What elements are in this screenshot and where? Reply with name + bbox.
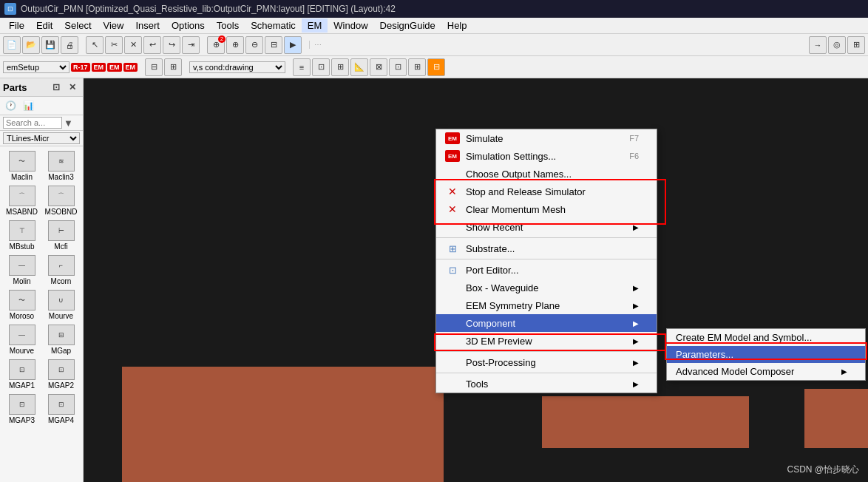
- part-mcfi[interactable]: ⊢ Mcfi: [42, 219, 80, 252]
- circuit-block-4: [804, 389, 868, 448]
- part-mgap4[interactable]: ⊡ MGAP4: [42, 393, 80, 426]
- tb2-btn6[interactable]: 📐: [350, 58, 368, 76]
- part-mourve2[interactable]: — Mourve: [3, 323, 41, 356]
- part-molin-icon: —: [9, 255, 35, 276]
- part-moroso-icon: 〜: [9, 290, 35, 310]
- part-mcorn[interactable]: ⌐ Mcorn: [42, 254, 80, 287]
- menu-view[interactable]: View: [98, 18, 130, 33]
- bar-chart-icon[interactable]: 📊: [21, 98, 35, 113]
- em-menu-port-editor[interactable]: ⊡ Port Editor...: [436, 261, 657, 279]
- part-msobnd[interactable]: ⌒ MSOBND: [42, 184, 80, 217]
- em-dropdown-menu: EM Simulate F7 EM Simulation Settings...…: [435, 129, 657, 393]
- menu-help[interactable]: Help: [441, 18, 473, 33]
- component-arrow: ▶: [633, 319, 639, 327]
- part-mgap1[interactable]: ⊡ MGAP1: [3, 358, 41, 391]
- part-mgap-icon: ⊟: [48, 325, 75, 345]
- em-menu-clear-mesh[interactable]: ✕ Clear Momentum Mesh: [436, 200, 657, 218]
- tb2-btn4[interactable]: ⊡: [312, 58, 330, 76]
- eem-sym-arrow: ▶: [633, 302, 639, 310]
- parts-category-dropdown[interactable]: TLines-Micr: [3, 132, 80, 144]
- right-arrow-btn[interactable]: →: [809, 36, 827, 54]
- open-button[interactable]: 📂: [22, 36, 40, 54]
- menu-schematic[interactable]: Schematic: [245, 18, 302, 33]
- menu-select[interactable]: Select: [58, 18, 97, 33]
- target-btn[interactable]: ◎: [828, 36, 846, 54]
- cut-button[interactable]: ✂: [105, 36, 123, 54]
- tb2-btn9[interactable]: ⊞: [408, 58, 426, 76]
- sidebar-close-btn[interactable]: ✕: [65, 80, 80, 95]
- em-menu-output-names[interactable]: Choose Output Names...: [436, 165, 657, 183]
- em-menu-tools[interactable]: Tools ▶: [436, 375, 657, 393]
- menu-designguide[interactable]: DesignGuide: [374, 18, 441, 33]
- tb2-btn3[interactable]: ≡: [293, 58, 311, 76]
- part-mgap[interactable]: ⊟ MGap: [42, 323, 80, 356]
- em-menu-stop-release[interactable]: ✕ Stop and Release Simulator: [436, 183, 657, 200]
- menu-em[interactable]: EM: [302, 18, 328, 33]
- part-mgap3[interactable]: ⊡ MGAP3: [3, 393, 41, 426]
- zoom-in-button[interactable]: ⊕: [226, 36, 244, 54]
- select-button[interactable]: ↖: [86, 36, 104, 54]
- grid-btn[interactable]: ⊞: [847, 36, 865, 54]
- zoom-out-button[interactable]: ⊖: [245, 36, 263, 54]
- substrate-icon: ⊞: [445, 242, 460, 254]
- snap-button[interactable]: ⊕2: [207, 36, 225, 54]
- em-menu-3d-preview[interactable]: 3D EM Preview ▶: [436, 332, 657, 350]
- menu-tools[interactable]: Tools: [211, 18, 245, 33]
- tab-button[interactable]: ⇥: [182, 36, 200, 54]
- em-label-3: EM: [107, 63, 122, 72]
- part-molin[interactable]: — Molin: [3, 254, 41, 287]
- em-menu-show-recent[interactable]: Show Recent ▶: [436, 218, 657, 236]
- circuit-block-2: [122, 433, 444, 482]
- menu-window[interactable]: Window: [328, 18, 373, 33]
- stop-release-icon: ✕: [445, 186, 460, 197]
- drawing-dropdown[interactable]: v,s cond:drawing: [189, 61, 285, 73]
- tb2-btn1[interactable]: ⊟: [145, 58, 163, 76]
- new-button[interactable]: 📄: [3, 36, 21, 54]
- part-mbstub[interactable]: ⊤ MBstub: [3, 219, 41, 252]
- tb2-btn10[interactable]: ⊟: [427, 58, 445, 76]
- em-menu-simulate[interactable]: EM Simulate F7: [436, 129, 657, 147]
- simulate-label: Simulate: [466, 133, 503, 144]
- em-btn1[interactable]: ▶: [284, 36, 302, 54]
- emsetup-dropdown[interactable]: emSetup: [3, 61, 69, 73]
- print-button[interactable]: 🖨: [61, 36, 78, 54]
- part-mourve[interactable]: ∪ Mourve: [42, 288, 80, 322]
- sidebar: Parts ⊡ ✕ 🕐 📊 ▼ TLines-Micr 〜 Maclin: [0, 78, 84, 482]
- part-mgap1-label: MGAP1: [9, 381, 35, 390]
- comp-parameters[interactable]: Parameters...: [667, 346, 865, 363]
- search-bar: ▼: [0, 115, 83, 131]
- tb2-btn5[interactable]: ⊞: [331, 58, 349, 76]
- comp-advanced-model[interactable]: Advanced Model Composer ▶: [667, 363, 865, 380]
- em-menu-eem-sym-plane[interactable]: EEM Symmetry Plane ▶: [436, 296, 657, 314]
- em-menu-box-waveguide[interactable]: Box - Waveguide ▶: [436, 279, 657, 296]
- undo-button[interactable]: ↩: [143, 36, 161, 54]
- tb2-btn8[interactable]: ⊡: [389, 58, 407, 76]
- em-menu-sim-settings[interactable]: EM Simulation Settings... F6: [436, 147, 657, 165]
- em-menu-component[interactable]: Component ▶: [436, 314, 657, 332]
- part-moroso[interactable]: 〜 Moroso: [3, 288, 41, 322]
- clock-icon[interactable]: 🕐: [3, 98, 18, 113]
- delete-button[interactable]: ✕: [124, 36, 142, 54]
- redo-button[interactable]: ↪: [163, 36, 180, 54]
- part-maclin3[interactable]: ≋ Maclin3: [42, 149, 80, 183]
- menu-edit[interactable]: Edit: [30, 18, 58, 33]
- search-input[interactable]: [3, 117, 62, 129]
- sidebar-header: Parts ⊡ ✕: [0, 78, 83, 97]
- comp-create-em-model[interactable]: Create EM Model and Symbol...: [667, 329, 865, 346]
- em-menu-substrate[interactable]: ⊞ Substrate...: [436, 240, 657, 257]
- part-mgap2[interactable]: ⊡ MGAP2: [42, 358, 80, 391]
- menu-file[interactable]: File: [3, 18, 30, 33]
- part-msabnd-icon: ⌒: [9, 186, 35, 206]
- save-button[interactable]: 💾: [41, 36, 59, 54]
- filter-icon[interactable]: ▼: [64, 118, 73, 129]
- sidebar-undock-btn[interactable]: ⊡: [49, 80, 64, 95]
- menu-insert[interactable]: Insert: [129, 18, 166, 33]
- tb2-btn7[interactable]: ⊠: [370, 58, 387, 76]
- fit-button[interactable]: ⊟: [265, 36, 282, 54]
- em-menu-post-processing[interactable]: Post-Processing ▶: [436, 353, 657, 371]
- part-msabnd[interactable]: ⌒ MSABND: [3, 184, 41, 217]
- tb2-btn2[interactable]: ⊞: [164, 58, 182, 76]
- port-editor-icon: ⊡: [445, 264, 460, 276]
- menu-options[interactable]: Options: [166, 18, 211, 33]
- part-maclin[interactable]: 〜 Maclin: [3, 149, 41, 183]
